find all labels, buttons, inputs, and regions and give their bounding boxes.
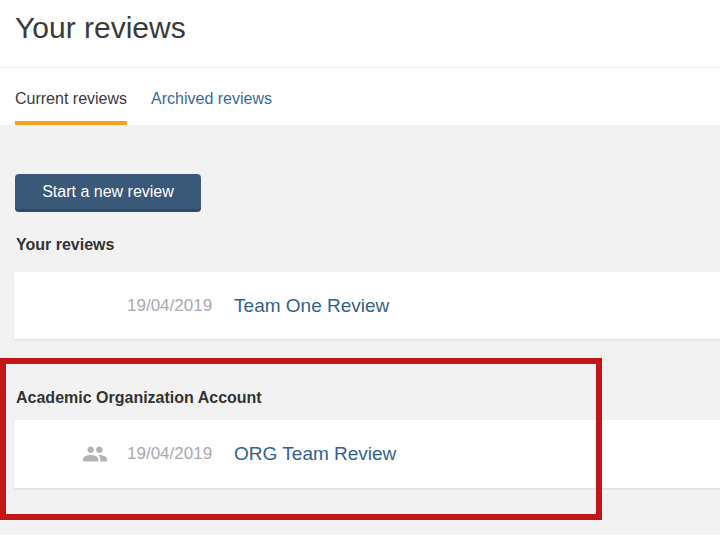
page-title: Your reviews [0, 0, 720, 45]
row-icon-cell [14, 441, 108, 467]
tab-current-reviews[interactable]: Current reviews [15, 89, 127, 125]
tab-archived-reviews[interactable]: Archived reviews [151, 89, 272, 125]
group-icon [82, 441, 108, 467]
content-area: Start a new review Your reviews 19/04/20… [0, 125, 720, 535]
section-header-academic-organization: Academic Organization Account [16, 388, 262, 407]
title-bar: Your reviews [0, 0, 720, 68]
review-link-team-one[interactable]: Team One Review [234, 295, 389, 317]
tab-bar: Current reviews Archived reviews [0, 68, 720, 125]
review-date: 19/04/2019 [127, 444, 212, 464]
section-header-your-reviews: Your reviews [16, 235, 114, 254]
review-row: 19/04/2019 ORG Team Review [14, 420, 720, 488]
review-link-org-team[interactable]: ORG Team Review [234, 443, 396, 465]
review-date: 19/04/2019 [127, 296, 212, 316]
review-row: 19/04/2019 Team One Review [14, 272, 720, 339]
start-new-review-button[interactable]: Start a new review [15, 174, 201, 212]
